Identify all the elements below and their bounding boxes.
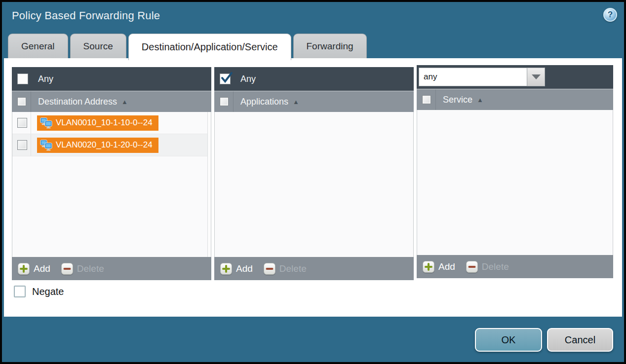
destination-row[interactable]: VLAN0010_10-1-10-0--24 — [12, 112, 211, 134]
divider — [435, 89, 436, 110]
delete-icon[interactable] — [264, 263, 275, 275]
destination-any-label: Any — [38, 74, 53, 84]
service-column-header: Service — [443, 95, 472, 105]
add-icon[interactable] — [18, 263, 30, 275]
help-icon[interactable]: ? — [603, 8, 617, 22]
applications-any-label: Any — [240, 74, 256, 84]
row-checkbox[interactable] — [17, 118, 27, 128]
applications-column: Any Applications ▲ Add Delete — [214, 67, 414, 280]
negate-option: Negate — [14, 286, 64, 297]
address-object-label: VLAN0010_10-1-10-0--24 — [56, 118, 153, 128]
applications-any-checkbox[interactable] — [220, 73, 231, 84]
tab-general[interactable]: General — [8, 34, 68, 58]
delete-button[interactable]: Delete — [279, 263, 307, 274]
tab-source[interactable]: Source — [70, 34, 126, 58]
network-address-icon — [40, 117, 52, 129]
divider — [233, 91, 234, 112]
address-object-label: VLAN0020_10-1-20-0--24 — [56, 140, 153, 150]
delete-icon[interactable] — [466, 261, 478, 273]
cancel-button[interactable]: Cancel — [547, 328, 613, 352]
address-object-chip[interactable]: VLAN0010_10-1-10-0--24 — [37, 115, 158, 131]
destination-header-row[interactable]: Destination Address ▲ — [12, 91, 211, 112]
destination-list: VLAN0010_10-1-10-0--24 — [12, 112, 211, 257]
destination-any-bar: Any — [12, 67, 211, 91]
dialog-title: Policy Based Forwarding Rule — [12, 9, 160, 22]
applications-toolbar: Add Delete — [214, 257, 414, 280]
sort-asc-icon[interactable]: ▲ — [293, 98, 299, 106]
network-address-icon — [40, 140, 52, 151]
chevron-down-icon — [532, 74, 541, 79]
delete-button[interactable]: Delete — [482, 261, 509, 272]
applications-select-all-checkbox[interactable] — [220, 97, 229, 106]
divider — [31, 91, 31, 112]
row-checkbox[interactable] — [17, 140, 27, 150]
sort-asc-icon[interactable]: ▲ — [121, 98, 128, 106]
add-button[interactable]: Add — [236, 263, 253, 274]
applications-header-row[interactable]: Applications ▲ — [214, 91, 414, 112]
delete-icon[interactable] — [61, 263, 73, 275]
destination-row[interactable]: VLAN0020_10-1-20-0--24 — [12, 134, 211, 156]
service-mode-dropdown[interactable]: any — [419, 68, 545, 86]
destination-any-checkbox[interactable] — [17, 73, 28, 84]
negate-checkbox[interactable] — [14, 286, 26, 297]
service-column: any Service ▲ Add — [417, 65, 613, 278]
address-object-chip[interactable]: VLAN0020_10-1-20-0--24 — [37, 138, 158, 153]
applications-column-header: Applications — [240, 97, 288, 107]
tab-bar: General Source Destination/Application/S… — [8, 34, 367, 60]
delete-button[interactable]: Delete — [77, 263, 104, 274]
service-dropdown-value[interactable]: any — [419, 68, 527, 86]
applications-any-bar: Any — [214, 67, 414, 91]
add-icon[interactable] — [220, 263, 232, 275]
destination-toolbar: Add Delete — [12, 257, 211, 280]
tab-content-panel: Any Destination Address ▲ — [4, 58, 622, 317]
add-button[interactable]: Add — [34, 263, 50, 274]
destination-select-all-checkbox[interactable] — [17, 97, 26, 106]
negate-label: Negate — [32, 286, 64, 297]
service-select-all-checkbox[interactable] — [422, 95, 431, 104]
sort-asc-icon[interactable]: ▲ — [477, 96, 483, 104]
service-header-row[interactable]: Service ▲ — [417, 89, 613, 110]
destination-address-column: Any Destination Address ▲ — [12, 67, 211, 280]
applications-list — [214, 112, 414, 257]
policy-forwarding-dialog: Policy Based Forwarding Rule ? General S… — [0, 0, 626, 364]
tab-destination-application-service[interactable]: Destination/Application/Service — [128, 34, 291, 60]
tab-forwarding[interactable]: Forwarding — [293, 34, 367, 58]
scrollbar-track[interactable] — [207, 112, 211, 257]
service-list — [417, 110, 613, 255]
add-icon[interactable] — [423, 261, 434, 273]
add-button[interactable]: Add — [438, 261, 455, 272]
service-dropdown-bar: any — [417, 65, 613, 89]
ok-button[interactable]: OK — [475, 328, 542, 352]
dropdown-button[interactable] — [527, 68, 545, 86]
service-toolbar: Add Delete — [417, 255, 613, 278]
destination-column-header: Destination Address — [38, 97, 117, 107]
